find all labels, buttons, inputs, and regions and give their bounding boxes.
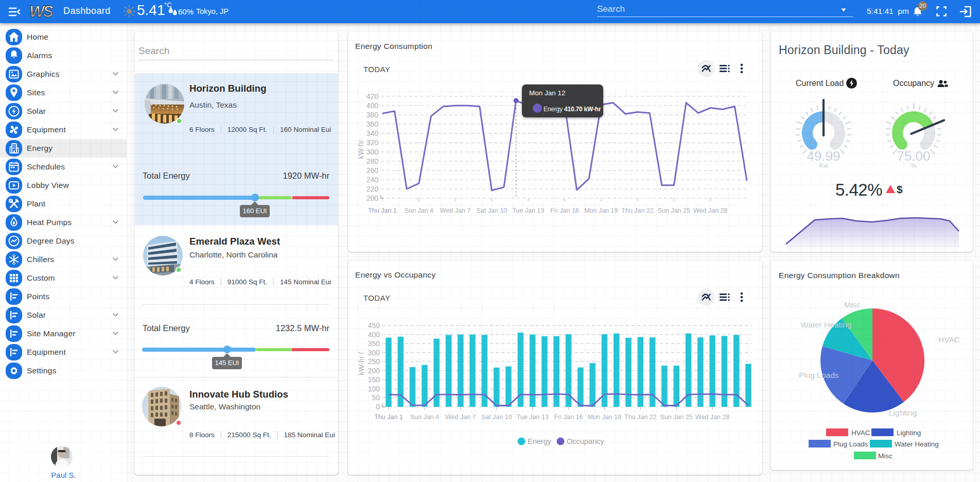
svg-text:WS: WS bbox=[29, 3, 54, 21]
svg-text:Wed Jan 28: Wed Jan 28 bbox=[695, 414, 730, 421]
svg-text:340: 340 bbox=[366, 129, 379, 137]
svg-text:Thu Jan 1: Thu Jan 1 bbox=[368, 207, 397, 214]
svg-text:300: 300 bbox=[366, 148, 379, 156]
svg-text:320: 320 bbox=[366, 139, 379, 147]
svg-text:Fri Jan 16: Fri Jan 16 bbox=[554, 414, 583, 421]
svg-text:380: 380 bbox=[366, 111, 379, 119]
svg-text:Tue Jan 13: Tue Jan 13 bbox=[512, 207, 544, 214]
svg-text:50: 50 bbox=[372, 393, 380, 402]
svg-text:kW-hr /: kW-hr / bbox=[357, 352, 365, 375]
svg-text:Plug Loads: Plug Loads bbox=[799, 371, 839, 380]
svg-text:420: 420 bbox=[366, 92, 379, 100]
svg-text:Wed Jan 7: Wed Jan 7 bbox=[445, 414, 476, 421]
svg-text:350: 350 bbox=[368, 339, 380, 348]
svg-text:400: 400 bbox=[368, 331, 380, 339]
svg-text:Sun Jan 25: Sun Jan 25 bbox=[658, 207, 690, 214]
svg-text:Water Heating: Water Heating bbox=[895, 440, 939, 448]
svg-text:250: 250 bbox=[368, 357, 380, 366]
svg-text:Thu Jan 22: Thu Jan 22 bbox=[621, 207, 654, 214]
svg-text:Fri Jan 16: Fri Jan 16 bbox=[550, 207, 579, 214]
svg-text:Sun Jan 25: Sun Jan 25 bbox=[660, 414, 693, 421]
svg-text:Sat Jan 10: Sat Jan 10 bbox=[477, 207, 507, 214]
svg-text:HVAC: HVAC bbox=[938, 335, 960, 344]
svg-text:Kw: Kw bbox=[819, 162, 829, 169]
svg-text:Lighting: Lighting bbox=[897, 429, 921, 437]
svg-text:Tue Jan 13: Tue Jan 13 bbox=[517, 414, 549, 421]
svg-text:240: 240 bbox=[366, 176, 379, 184]
svg-text:220: 220 bbox=[366, 185, 379, 193]
svg-text:kW-hr: kW-hr bbox=[357, 140, 365, 159]
svg-text:HVAC: HVAC bbox=[851, 429, 870, 437]
svg-text:Sat Jan 10: Sat Jan 10 bbox=[481, 414, 512, 421]
svg-text:0: 0 bbox=[376, 403, 380, 411]
svg-text:Energy: Energy bbox=[528, 437, 552, 445]
svg-text:Water Heating: Water Heating bbox=[801, 320, 852, 329]
svg-text:Thu Jan 22: Thu Jan 22 bbox=[624, 414, 657, 421]
svg-text:280: 280 bbox=[366, 157, 379, 165]
svg-text:260: 260 bbox=[366, 166, 379, 175]
svg-text:Wed Jan 7: Wed Jan 7 bbox=[440, 207, 471, 214]
svg-text:200: 200 bbox=[366, 194, 379, 202]
svg-text:Wed Jan 28: Wed Jan 28 bbox=[693, 207, 728, 214]
svg-text:Misc: Misc bbox=[844, 300, 861, 309]
svg-text:Sun Jan 4: Sun Jan 4 bbox=[405, 207, 433, 214]
svg-text:300: 300 bbox=[368, 349, 380, 357]
svg-text:Occupancy: Occupancy bbox=[567, 437, 604, 445]
svg-text:Misc: Misc bbox=[878, 452, 892, 460]
svg-text:Mon Jan 19: Mon Jan 19 bbox=[584, 207, 618, 214]
svg-text:Thu Jan 1: Thu Jan 1 bbox=[374, 414, 403, 421]
svg-text:Mon Jan 19: Mon Jan 19 bbox=[588, 414, 621, 421]
svg-text:100: 100 bbox=[368, 385, 380, 393]
svg-text:400: 400 bbox=[366, 101, 379, 110]
svg-text:150: 150 bbox=[368, 375, 380, 384]
svg-text:Plug Loads: Plug Loads bbox=[833, 440, 868, 448]
svg-text:Sun Jan 4: Sun Jan 4 bbox=[410, 414, 439, 421]
svg-text:360: 360 bbox=[366, 120, 379, 128]
svg-text:Lighting: Lighting bbox=[889, 408, 917, 417]
svg-text:200: 200 bbox=[368, 367, 380, 375]
svg-text:%: % bbox=[911, 162, 917, 169]
svg-text:450: 450 bbox=[368, 321, 380, 330]
